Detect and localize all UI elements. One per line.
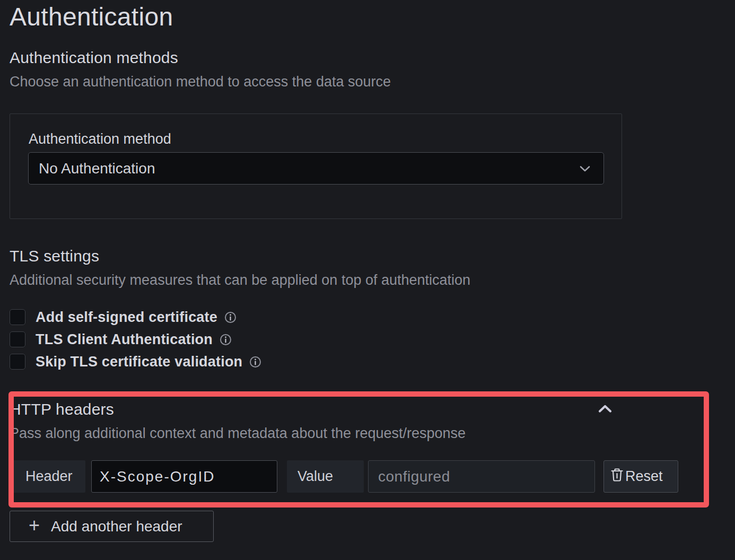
auth-method-label: Authentication method <box>29 131 171 147</box>
checkbox-tls-client-authentication[interactable] <box>10 331 25 347</box>
info-icon[interactable] <box>220 334 232 346</box>
tls-option-row: Skip TLS certificate validation <box>10 354 261 370</box>
checkbox-label: Add self-signed certificate <box>36 309 217 326</box>
tls-settings-heading: TLS settings <box>10 247 99 265</box>
header-field-label: Header <box>13 460 85 493</box>
plus-icon: + <box>29 516 40 535</box>
tls-option-row: Add self-signed certificate <box>10 309 237 325</box>
value-field-label: Value <box>287 460 364 493</box>
page-title: Authentication <box>10 2 173 31</box>
auth-method-select[interactable]: No Authentication <box>28 152 604 185</box>
reset-header-button[interactable]: Reset <box>603 460 678 493</box>
authentication-settings-page: Authentication Authentication methods Ch… <box>0 0 735 560</box>
auth-methods-heading: Authentication methods <box>10 49 178 67</box>
checkbox-skip-tls-certificate-validation[interactable] <box>10 354 25 370</box>
checkbox-label: Skip TLS certificate validation <box>36 354 242 370</box>
http-headers-description: Pass along additional context and metada… <box>10 425 466 442</box>
reset-button-label: Reset <box>625 468 663 485</box>
collapse-section-icon[interactable] <box>597 404 613 416</box>
trash-icon <box>610 467 624 486</box>
info-icon[interactable] <box>249 356 261 368</box>
http-headers-heading: HTTP headers <box>10 400 114 418</box>
header-value-input[interactable] <box>368 460 595 493</box>
tls-option-row: TLS Client Authentication <box>10 331 232 347</box>
auth-method-selected-value: No Authentication <box>39 160 155 177</box>
info-icon[interactable] <box>224 311 237 323</box>
auth-methods-description: Choose an authentication method to acces… <box>10 74 391 90</box>
chevron-down-icon <box>579 165 591 172</box>
add-button-label: Add another header <box>51 518 182 535</box>
header-name-input[interactable] <box>91 460 277 493</box>
checkbox-label: TLS Client Authentication <box>36 331 213 348</box>
add-another-header-button[interactable]: + Add another header <box>10 511 214 542</box>
checkbox-add-self-signed-certificate[interactable] <box>10 309 25 325</box>
tls-settings-description: Additional security measures that can be… <box>10 272 470 288</box>
